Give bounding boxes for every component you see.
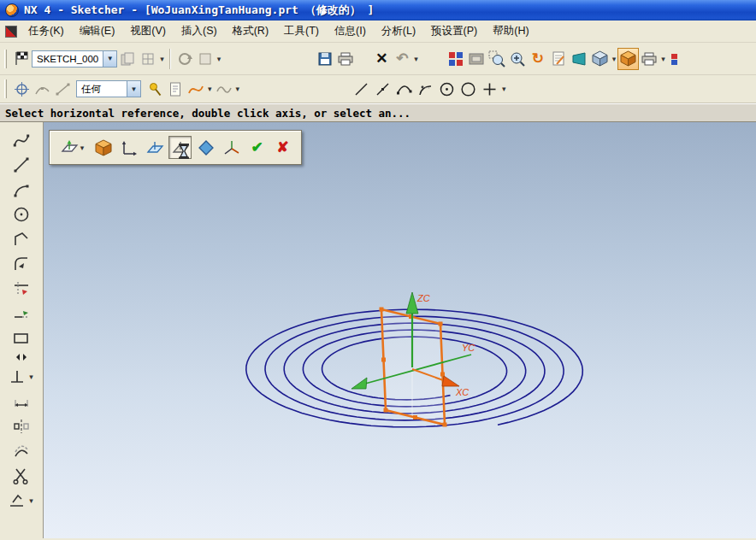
display-mode-button[interactable]: [639, 48, 659, 70]
pan-view-button[interactable]: [548, 48, 569, 70]
scissors-icon: [12, 467, 31, 485]
menu-item-preferences[interactable]: 预设置(P): [423, 21, 485, 42]
overflow-arrow[interactable]: ▾: [412, 55, 420, 63]
spline-icon: [12, 131, 31, 150]
overflow-arrow[interactable]: ▾: [611, 55, 618, 63]
face-plane-button[interactable]: [194, 136, 217, 159]
clipped-icon: [670, 51, 677, 67]
main-area: ▾: [0, 122, 756, 538]
iso-orientation-button[interactable]: [92, 136, 115, 159]
prompt-bar: Select horizontal reference, double clic…: [0, 103, 756, 122]
menu-item-format[interactable]: 格式(R): [225, 21, 276, 42]
axis-direction-button[interactable]: [117, 136, 140, 159]
menu-item-edit[interactable]: 编辑(E): [72, 21, 123, 42]
menu-item-analysis[interactable]: 分析(L): [374, 21, 423, 42]
overflow-arrow[interactable]: ▾: [500, 85, 508, 93]
overflow-arrow[interactable]: ▾: [27, 373, 35, 381]
menu-item-insert[interactable]: 插入(S): [174, 21, 225, 42]
plane-zc-button[interactable]: [143, 136, 166, 159]
tool-fillet-button[interactable]: [3, 251, 40, 276]
snap-view-button[interactable]: [446, 48, 466, 70]
circle-center-button[interactable]: [436, 78, 458, 100]
overflow-arrow[interactable]: ▾: [206, 85, 214, 93]
combo-arrow-icon[interactable]: ▼: [127, 81, 140, 97]
delete-button[interactable]: ✕: [371, 48, 392, 70]
finish-sketch-button[interactable]: [11, 48, 32, 70]
save-button[interactable]: [315, 48, 335, 70]
tool-mirror-button[interactable]: [3, 414, 40, 438]
overflow-arrow[interactable]: ▾: [158, 55, 166, 63]
circle-3pt-button[interactable]: [458, 78, 479, 100]
tool-rectangle-button[interactable]: [3, 326, 40, 350]
plane-option-button[interactable]: ▾: [56, 136, 89, 159]
overflow-arrow[interactable]: ▾: [27, 496, 35, 505]
reference-plane-button[interactable]: [168, 136, 192, 159]
snap-point-button[interactable]: [11, 78, 32, 100]
tool-quick-trim-button[interactable]: [3, 276, 40, 301]
sheet-button[interactable]: [195, 48, 216, 70]
nx-logo-icon: [5, 3, 19, 17]
curve-analysis-button[interactable]: [214, 78, 234, 100]
graphics-canvas[interactable]: ZC YC XC ▾: [44, 122, 756, 538]
undo-button[interactable]: ↶: [392, 48, 412, 70]
delete-icon: ✕: [375, 51, 387, 66]
tool-offset-button[interactable]: [3, 438, 40, 463]
tool-polygon-button[interactable]: [3, 226, 40, 251]
annotation-button[interactable]: [165, 78, 186, 100]
zoom-window-button[interactable]: [487, 48, 507, 70]
overflow-arrow[interactable]: ▾: [79, 144, 86, 152]
update-model-button[interactable]: [174, 48, 195, 70]
print-button[interactable]: [335, 48, 356, 70]
cancel-button[interactable]: ✘: [271, 136, 294, 159]
selection-filter-combo[interactable]: 任何 ▼: [76, 80, 141, 97]
tool-circle-button[interactable]: [3, 202, 40, 226]
tool-profile-button[interactable]: [3, 127, 40, 152]
combo-arrow-icon[interactable]: ▼: [103, 51, 116, 67]
line-tool-button[interactable]: [351, 78, 372, 100]
perspective-button[interactable]: [569, 48, 589, 70]
viewport-3d[interactable]: ZC YC XC: [44, 122, 756, 538]
view-orientation-button[interactable]: [589, 48, 611, 70]
title-bar[interactable]: NX 4 - Sketcher - [WoJuanXingTanHuang.pr…: [0, 0, 756, 21]
overflow-arrow[interactable]: ▾: [216, 55, 223, 63]
orient-view-button[interactable]: [138, 48, 158, 70]
studio-spline-button[interactable]: [186, 78, 206, 100]
arc-3pt-button[interactable]: [393, 78, 415, 100]
sketch-name-value: SKETCH_000: [32, 54, 103, 64]
inferred-line-button[interactable]: [372, 78, 393, 100]
rotate-view-button[interactable]: ↻: [528, 48, 548, 70]
tool-line-button[interactable]: [3, 152, 40, 177]
arc-center-button[interactable]: [415, 78, 436, 100]
sketch-name-combo[interactable]: SKETCH_000 ▼: [32, 50, 117, 68]
reattach-button[interactable]: [117, 48, 138, 70]
ok-button[interactable]: ✔: [245, 136, 269, 159]
clipped-toolbar-button[interactable]: [669, 48, 679, 70]
menu-item-task[interactable]: 任务(K): [21, 21, 72, 42]
tool-constraints-button[interactable]: ▾: [3, 364, 40, 389]
point-tool-button[interactable]: [479, 78, 500, 100]
end-point-button[interactable]: [52, 78, 73, 100]
menu-item-help[interactable]: 帮助(H): [485, 21, 536, 42]
shaded-display-button[interactable]: [617, 48, 639, 70]
csys-button[interactable]: [220, 136, 243, 159]
toolbar-overflow-chevrons[interactable]: [3, 350, 40, 364]
tool-dimension-button[interactable]: [3, 389, 40, 414]
menu-item-tools[interactable]: 工具(T): [276, 21, 327, 42]
overflow-arrow[interactable]: ▾: [234, 85, 242, 93]
point-on-curve-button[interactable]: [32, 78, 52, 100]
pin-filter-button[interactable]: [145, 78, 165, 100]
toolbar-grip[interactable]: [4, 50, 7, 68]
tool-edit-curve-button[interactable]: ▾: [3, 488, 40, 513]
csys-icon: [222, 138, 241, 157]
tool-trim-scissors-button[interactable]: [3, 463, 40, 488]
create-sketch-toolbar: ▾: [49, 130, 302, 165]
orient-view-icon: [140, 51, 156, 67]
fit-view-button[interactable]: [466, 48, 487, 70]
overflow-arrow[interactable]: ▾: [659, 55, 667, 63]
tool-quick-extend-button[interactable]: [3, 301, 40, 326]
tool-arc-button[interactable]: [3, 177, 40, 202]
zoom-in-out-button[interactable]: [507, 48, 528, 70]
menu-item-information[interactable]: 信息(I): [327, 21, 374, 42]
toolbar-grip[interactable]: [4, 79, 7, 98]
menu-item-view[interactable]: 视图(V): [122, 21, 174, 42]
